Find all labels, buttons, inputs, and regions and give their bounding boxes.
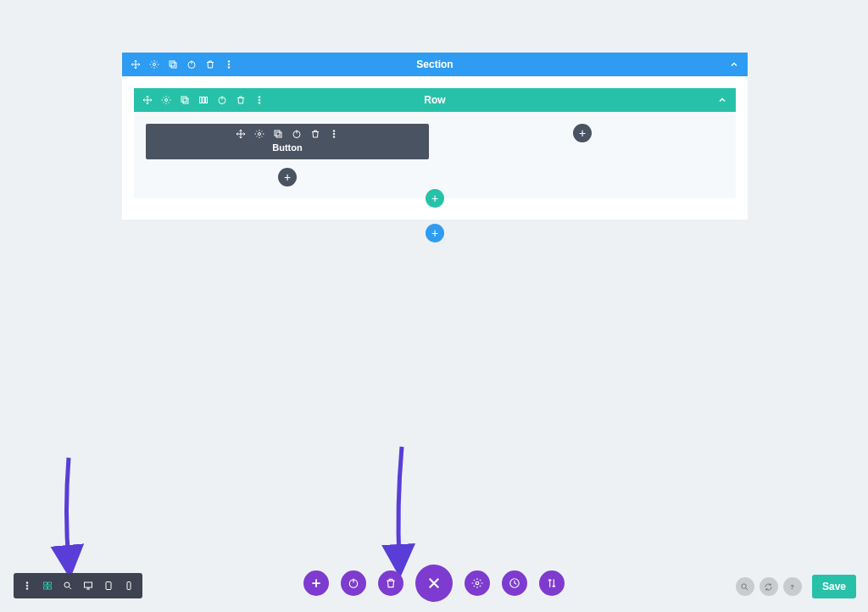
chevron-up-icon[interactable] [717, 95, 727, 105]
more-icon[interactable] [224, 59, 234, 70]
tablet-icon[interactable] [103, 581, 114, 591]
zoom-icon[interactable] [63, 581, 73, 591]
svg-rect-18 [275, 131, 280, 136]
svg-point-24 [26, 582, 28, 584]
move-icon[interactable] [142, 95, 153, 105]
power-icon[interactable] [186, 59, 197, 70]
row-body: Button + + [134, 112, 736, 198]
more-icon[interactable] [22, 581, 32, 591]
more-icon[interactable] [254, 95, 264, 105]
section-block: Section Row [122, 53, 748, 220]
columns-icon[interactable] [198, 95, 209, 105]
annotation-arrow-left [56, 453, 81, 576]
delete-button[interactable] [378, 570, 403, 596]
svg-point-26 [26, 588, 28, 590]
swap-button[interactable] [539, 570, 565, 596]
gear-icon[interactable] [161, 95, 171, 105]
svg-rect-11 [203, 97, 205, 103]
svg-rect-34 [127, 582, 131, 590]
save-button[interactable]: Save [812, 575, 856, 598]
trash-icon[interactable] [310, 129, 320, 139]
help-icon[interactable]: ? [783, 577, 802, 596]
close-button[interactable] [415, 565, 453, 602]
svg-point-14 [259, 97, 260, 98]
power-icon[interactable] [292, 129, 302, 139]
svg-text:?: ? [791, 582, 795, 590]
svg-rect-28 [48, 582, 52, 585]
svg-point-4 [228, 61, 230, 63]
svg-rect-2 [171, 63, 176, 68]
duplicate-icon[interactable] [273, 129, 283, 139]
svg-rect-12 [206, 97, 208, 103]
add-module-button[interactable]: + [278, 168, 297, 186]
power-icon[interactable] [217, 95, 227, 105]
add-row-button[interactable]: + [426, 189, 444, 208]
move-icon[interactable] [236, 129, 246, 139]
phone-icon[interactable] [124, 581, 134, 591]
duplicate-icon[interactable] [180, 95, 190, 105]
move-icon[interactable] [131, 59, 141, 70]
settings-button[interactable] [465, 570, 490, 596]
sync-icon[interactable] [760, 577, 778, 596]
help-toolbar: ? Save [736, 575, 856, 598]
section-header[interactable]: Section [122, 53, 748, 76]
svg-point-7 [165, 99, 168, 102]
trash-icon[interactable] [236, 95, 246, 105]
view-toolbar [14, 573, 142, 598]
more-icon[interactable] [329, 129, 339, 139]
chevron-up-icon[interactable] [729, 59, 739, 70]
svg-point-0 [153, 64, 156, 66]
svg-point-23 [333, 136, 335, 138]
add-module-button[interactable]: + [573, 124, 592, 142]
module-label: Button [146, 139, 429, 159]
power-button[interactable] [341, 570, 366, 596]
svg-point-15 [259, 99, 260, 101]
svg-rect-33 [106, 582, 111, 590]
gear-icon[interactable] [149, 59, 159, 70]
trash-icon[interactable] [205, 59, 215, 70]
desktop-icon[interactable] [83, 581, 93, 591]
button-module[interactable]: Button [146, 124, 429, 159]
svg-point-31 [64, 582, 70, 587]
svg-rect-8 [181, 97, 186, 102]
svg-point-36 [476, 581, 479, 585]
wireframe-view-icon[interactable] [42, 581, 53, 591]
gear-icon[interactable] [254, 129, 264, 139]
row-header[interactable]: Row [134, 88, 736, 112]
column-2: + [441, 124, 724, 186]
module-tools [146, 124, 429, 139]
svg-rect-1 [170, 61, 175, 66]
section-body: Row [122, 76, 748, 220]
svg-rect-27 [44, 582, 47, 585]
duplicate-icon[interactable] [168, 59, 178, 70]
svg-rect-10 [200, 97, 203, 103]
svg-point-25 [26, 585, 28, 587]
add-section-button[interactable]: + [426, 224, 444, 242]
svg-rect-30 [48, 587, 52, 589]
svg-point-21 [333, 131, 335, 132]
row-tools [134, 95, 264, 105]
history-button[interactable] [502, 570, 527, 596]
column-1: Button + [146, 124, 429, 186]
svg-point-22 [333, 133, 335, 135]
svg-rect-32 [85, 582, 92, 587]
svg-rect-19 [276, 132, 281, 137]
section-tools [122, 59, 234, 70]
add-button[interactable] [303, 570, 329, 596]
annotation-arrow-center [387, 442, 412, 573]
svg-point-5 [228, 64, 230, 65]
svg-point-38 [742, 583, 747, 588]
svg-rect-29 [44, 587, 47, 589]
svg-rect-9 [183, 98, 188, 103]
search-icon[interactable] [736, 577, 754, 596]
svg-point-17 [259, 133, 261, 136]
svg-point-6 [228, 67, 230, 69]
page-actions-toolbar [303, 565, 565, 602]
svg-point-16 [259, 103, 260, 104]
